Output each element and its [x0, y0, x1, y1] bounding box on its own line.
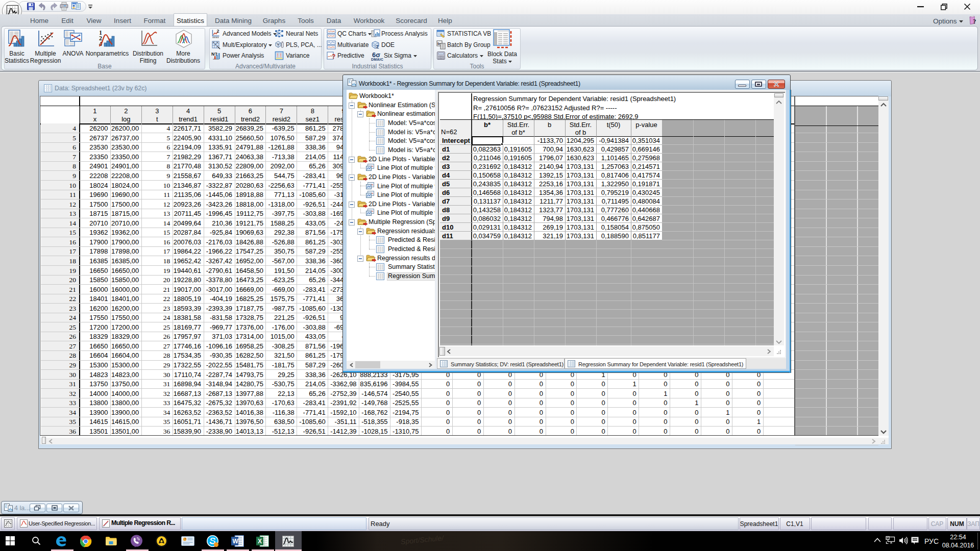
svg-text:Σ: Σ — [376, 44, 379, 49]
svg-text:?: ? — [332, 53, 335, 60]
svg-text:2: 2 — [217, 29, 219, 34]
svg-text:X: X — [258, 538, 262, 545]
svg-text:?: ? — [973, 17, 976, 25]
svg-text:N: N — [277, 43, 279, 46]
svg-text:W: W — [232, 538, 238, 545]
